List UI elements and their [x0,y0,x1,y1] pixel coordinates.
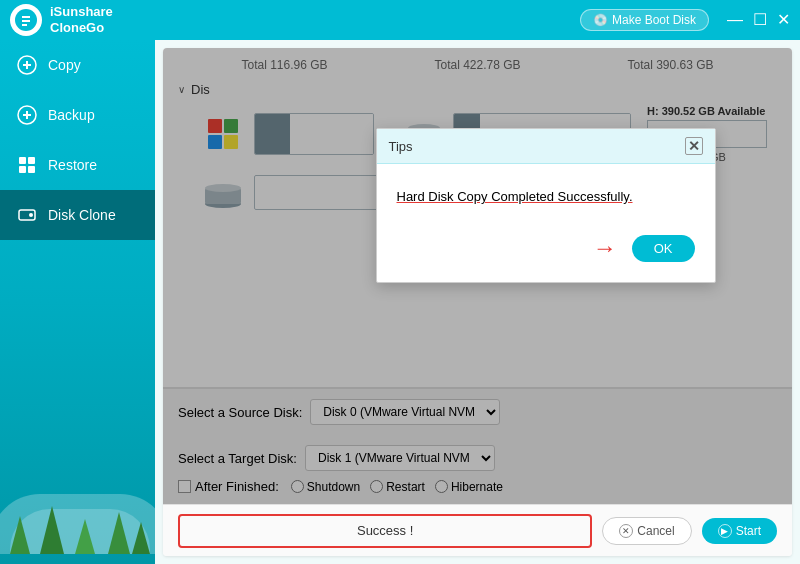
modal-footer: → OK [377,224,715,282]
make-boot-label: Make Boot Disk [612,13,696,27]
success-label: Success ! [357,523,413,538]
sidebar-restore-label: Restore [48,157,97,173]
tips-modal: Tips ✕ Hard Disk Copy Completed Successf… [376,128,716,283]
start-icon: ▶ [718,524,732,538]
svg-rect-5 [19,166,26,173]
app-window: iSunshare CloneGo 💿 Make Boot Disk — ☐ ✕ [0,0,800,564]
sidebar-item-disk-clone[interactable]: Disk Clone [0,190,155,240]
backup-icon [16,104,38,126]
sidebar-item-copy[interactable]: Copy [0,40,155,90]
make-boot-disk-button[interactable]: 💿 Make Boot Disk [580,9,709,31]
app-logo [10,4,42,36]
app-name: iSunshare CloneGo [50,4,113,35]
restore-button[interactable]: ☐ [753,12,767,28]
svg-point-8 [29,213,33,217]
restore-icon [16,154,38,176]
start-button[interactable]: ▶ Start [702,518,777,544]
modal-header: Tips ✕ [377,129,715,164]
modal-close-button[interactable]: ✕ [685,137,703,155]
modal-title: Tips [389,139,413,154]
close-button[interactable]: ✕ [777,12,790,28]
sidebar-copy-label: Copy [48,57,81,73]
sidebar-item-backup[interactable]: Backup [0,90,155,140]
modal-body: Hard Disk Copy Completed Successfully. [377,164,715,224]
footer: Success ! ✕ Cancel ▶ Start [163,504,792,556]
cancel-label: Cancel [637,524,674,538]
sidebar-disk-clone-label: Disk Clone [48,207,116,223]
disk-clone-icon [16,204,38,226]
title-bar-left: iSunshare CloneGo [10,4,113,36]
content-body: Total 116.96 GB Total 422.78 GB Total 39… [163,48,792,504]
sidebar-backup-label: Backup [48,107,95,123]
sidebar-decoration [0,240,155,564]
copy-icon [16,54,38,76]
modal-overlay: Tips ✕ Hard Disk Copy Completed Successf… [163,48,792,504]
cancel-button[interactable]: ✕ Cancel [602,517,691,545]
arrow-icon: → [593,234,617,262]
svg-rect-3 [19,157,26,164]
modal-message: Hard Disk Copy Completed Successfully. [397,189,695,204]
ok-button[interactable]: OK [632,235,695,262]
svg-rect-4 [28,157,35,164]
main-layout: Copy Backup [0,40,800,564]
cancel-icon: ✕ [619,524,633,538]
success-bar: Success ! [178,514,592,548]
svg-rect-6 [28,166,35,173]
sidebar: Copy Backup [0,40,155,564]
title-bar: iSunshare CloneGo 💿 Make Boot Disk — ☐ ✕ [0,0,800,40]
title-bar-right: 💿 Make Boot Disk — ☐ ✕ [580,9,790,31]
content-area: Total 116.96 GB Total 422.78 GB Total 39… [163,48,792,556]
start-label: Start [736,524,761,538]
minimize-button[interactable]: — [727,12,743,28]
window-controls: — ☐ ✕ [727,12,790,28]
boot-disk-icon: 💿 [593,13,608,27]
sidebar-item-restore[interactable]: Restore [0,140,155,190]
